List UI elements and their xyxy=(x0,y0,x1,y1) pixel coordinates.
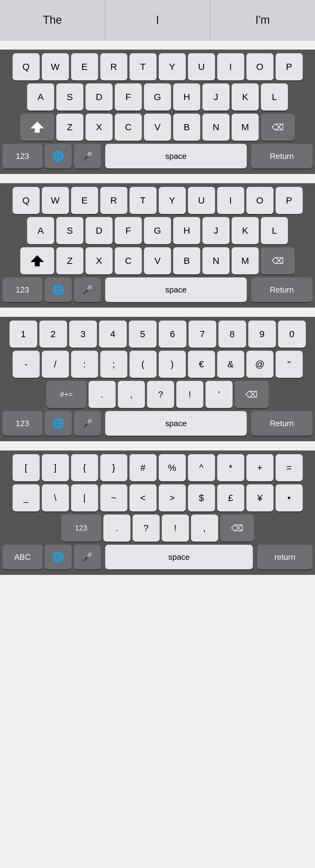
key-r[interactable]: R xyxy=(100,53,127,81)
key-d[interactable]: D xyxy=(85,84,113,111)
key4-pipe[interactable]: | xyxy=(71,484,98,512)
key2-u[interactable]: U xyxy=(188,187,215,214)
key2-y[interactable]: Y xyxy=(159,187,186,214)
key4-dot[interactable]: . xyxy=(103,515,131,541)
key3-rparen[interactable]: ) xyxy=(159,351,186,378)
key2-t[interactable]: T xyxy=(130,187,156,214)
key3-amp[interactable]: & xyxy=(217,351,244,378)
key4-yen[interactable]: ¥ xyxy=(246,484,274,512)
key2-123[interactable]: 123 xyxy=(2,277,42,302)
key3-minus[interactable]: - xyxy=(12,351,40,378)
autocomplete-i[interactable]: I xyxy=(105,0,210,40)
key3-2[interactable]: 2 xyxy=(39,320,67,348)
key-x[interactable]: X xyxy=(85,114,113,141)
key3-comma[interactable]: , xyxy=(118,381,145,408)
key3-delete[interactable]: ⌫ xyxy=(235,381,269,408)
key4-rcurly[interactable]: } xyxy=(100,454,127,481)
key3-quote[interactable]: " xyxy=(276,351,303,378)
key4-bullet[interactable]: • xyxy=(276,484,303,512)
key-m[interactable]: M xyxy=(232,114,259,141)
key2-q[interactable]: Q xyxy=(12,187,40,214)
key2-e[interactable]: E xyxy=(71,187,98,214)
key4-abc[interactable]: ABC xyxy=(2,545,42,569)
key4-gt[interactable]: > xyxy=(159,484,186,512)
key-mic[interactable]: 🎤 xyxy=(74,144,101,168)
key4-dollar[interactable]: $ xyxy=(188,484,215,512)
key3-at[interactable]: @ xyxy=(246,351,274,378)
key-z[interactable]: Z xyxy=(56,114,83,141)
key2-o[interactable]: O xyxy=(246,187,274,214)
key3-6[interactable]: 6 xyxy=(159,320,186,348)
key-n[interactable]: N xyxy=(202,114,230,141)
key3-colon[interactable]: : xyxy=(71,351,98,378)
key2-s[interactable]: S xyxy=(56,217,83,244)
key3-hasheq[interactable]: #+= xyxy=(46,381,86,408)
key2-j[interactable]: J xyxy=(202,217,230,244)
key2-h[interactable]: H xyxy=(173,217,200,244)
key4-hash[interactable]: # xyxy=(130,454,156,481)
key-v[interactable]: V xyxy=(144,114,171,141)
key-q[interactable]: Q xyxy=(12,53,40,81)
key3-123[interactable]: 123 xyxy=(2,411,42,436)
key2-c[interactable]: C xyxy=(115,247,142,274)
key-l[interactable]: L xyxy=(261,84,288,111)
key4-pound[interactable]: £ xyxy=(217,484,244,512)
key-i[interactable]: I xyxy=(217,53,244,81)
key3-space[interactable]: space xyxy=(105,411,247,436)
key3-4[interactable]: 4 xyxy=(99,320,127,348)
key4-equals[interactable]: = xyxy=(276,454,303,481)
key3-lparen[interactable]: ( xyxy=(130,351,156,378)
key4-asterisk[interactable]: * xyxy=(217,454,244,481)
key-return[interactable]: Return xyxy=(251,144,313,168)
key-h[interactable]: H xyxy=(173,84,200,111)
key3-exclaim[interactable]: ! xyxy=(176,381,203,408)
key-f[interactable]: F xyxy=(115,84,142,111)
key2-i[interactable]: I xyxy=(217,187,244,214)
key3-mic[interactable]: 🎤 xyxy=(74,411,101,436)
key3-dot[interactable]: . xyxy=(89,381,116,408)
key4-underscore[interactable]: _ xyxy=(12,484,40,512)
key4-lcurly[interactable]: { xyxy=(71,454,98,481)
key-u[interactable]: U xyxy=(188,53,215,81)
key-p[interactable]: P xyxy=(276,53,303,81)
key3-apos[interactable]: ' xyxy=(206,381,233,408)
key2-l[interactable]: L xyxy=(261,217,288,244)
key-g[interactable]: G xyxy=(144,84,171,111)
key4-lbracket[interactable]: [ xyxy=(12,454,40,481)
key4-globe[interactable]: 🌐 xyxy=(45,545,72,569)
key2-globe[interactable]: 🌐 xyxy=(45,277,72,302)
key3-8[interactable]: 8 xyxy=(218,320,246,348)
key3-9[interactable]: 9 xyxy=(248,320,276,348)
key-w[interactable]: W xyxy=(42,53,69,81)
key4-tilde[interactable]: ~ xyxy=(100,484,127,512)
key4-space[interactable]: space xyxy=(105,545,253,569)
key2-d[interactable]: D xyxy=(85,217,113,244)
key4-rbracket[interactable]: ] xyxy=(42,454,69,481)
key-k[interactable]: K xyxy=(232,84,259,111)
key-s[interactable]: S xyxy=(56,84,83,111)
key3-3[interactable]: 3 xyxy=(69,320,97,348)
key-t[interactable]: T xyxy=(130,53,156,81)
key-b[interactable]: B xyxy=(173,114,200,141)
key2-return[interactable]: Return xyxy=(251,277,313,302)
key-a[interactable]: A xyxy=(27,84,54,111)
key-globe[interactable]: 🌐 xyxy=(45,144,72,168)
key4-question[interactable]: ? xyxy=(133,515,160,541)
key-y[interactable]: Y xyxy=(159,53,186,81)
key3-0[interactable]: 0 xyxy=(278,320,306,348)
key2-v[interactable]: V xyxy=(144,247,171,274)
key3-slash[interactable]: / xyxy=(42,351,69,378)
key2-f[interactable]: F xyxy=(115,217,142,244)
key4-percent[interactable]: % xyxy=(159,454,186,481)
key2-a[interactable]: A xyxy=(27,217,54,244)
key4-lt[interactable]: < xyxy=(130,484,156,512)
key2-w[interactable]: W xyxy=(42,187,69,214)
key3-1[interactable]: 1 xyxy=(9,320,37,348)
key4-comma[interactable]: , xyxy=(191,515,218,541)
key2-b[interactable]: B xyxy=(173,247,200,274)
key2-space[interactable]: space xyxy=(105,277,247,302)
key-delete[interactable]: ⌫ xyxy=(261,114,295,141)
key4-delete[interactable]: ⌫ xyxy=(220,515,254,541)
key2-r[interactable]: R xyxy=(100,187,127,214)
key3-return[interactable]: Return xyxy=(251,411,313,436)
